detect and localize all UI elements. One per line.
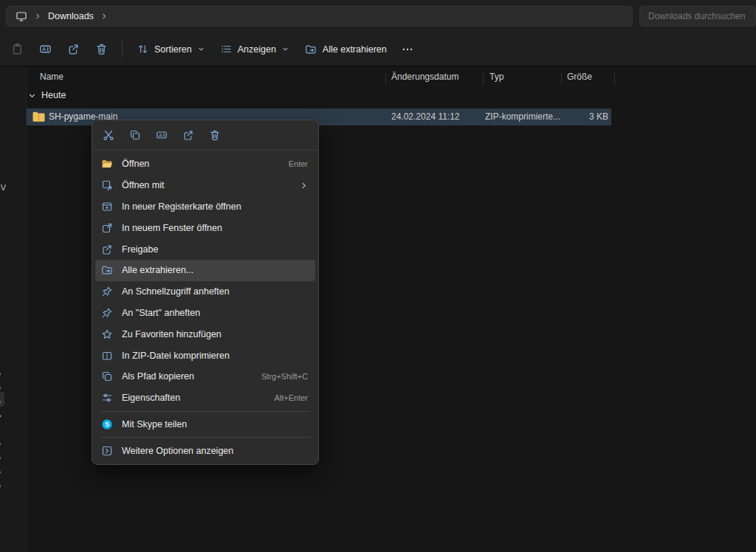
column-divider[interactable]: [385, 73, 386, 85]
search-box[interactable]: [639, 6, 756, 27]
menu-item-open[interactable]: Öffnen Enter: [95, 153, 315, 175]
folder-open-icon: [101, 158, 113, 170]
more-options-icon: [101, 445, 113, 457]
menu-item-label: An "Start" anheften: [122, 308, 308, 318]
context-menu-list: Öffnen Enter Öffnen mit In neuer Registe…: [92, 151, 318, 464]
search-input[interactable]: [648, 11, 747, 21]
group-header-today[interactable]: Heute: [28, 90, 66, 100]
trash-icon: [209, 129, 221, 141]
tree-expander-icon[interactable]: ›: [0, 397, 1, 406]
share-icon: [67, 43, 80, 55]
copy-button[interactable]: [123, 124, 147, 146]
menu-item-shortcut: Strg+Shift+C: [261, 372, 308, 381]
tree-expander-icon[interactable]: ›: [0, 383, 1, 392]
menu-item-shortcut: Enter: [289, 159, 308, 168]
extract-label: Alle extrahieren: [323, 44, 387, 55]
group-label: Heute: [41, 90, 66, 100]
menu-item-share-skype[interactable]: S Mit Skype teilen: [95, 414, 315, 435]
tree-expander-icon[interactable]: ›: [0, 439, 1, 448]
copy-icon: [129, 129, 141, 141]
menu-item-label: In ZIP-Datei komprimieren: [122, 351, 308, 361]
sort-button[interactable]: Sortieren: [129, 37, 213, 62]
pin-icon: [101, 307, 113, 319]
open-with-icon: [101, 179, 113, 191]
pin-icon: [101, 286, 113, 297]
new-tab-icon: [101, 201, 113, 213]
rename-button[interactable]: A: [31, 37, 59, 62]
menu-item-show-more-options[interactable]: Weitere Optionen anzeigen: [95, 440, 315, 461]
file-size: 3 KB: [564, 111, 608, 122]
column-divider[interactable]: [561, 73, 562, 85]
menu-item-shortcut: Alt+Enter: [274, 393, 308, 402]
column-header-name[interactable]: Name: [40, 72, 63, 82]
zip-folder-icon: [32, 111, 45, 123]
breadcrumb[interactable]: Downloads: [48, 11, 94, 21]
tree-expander-icon[interactable]: ›: [0, 481, 1, 490]
submenu-chevron-icon: [300, 182, 308, 190]
tree-expander-icon[interactable]: ›: [0, 411, 1, 420]
extract-icon: [101, 264, 113, 276]
menu-item-copy-path[interactable]: Als Pfad kopieren Strg+Shift+C: [95, 366, 315, 387]
column-header-modified[interactable]: Änderungsdatum: [391, 72, 458, 82]
menu-item-pin-start[interactable]: An "Start" anheften: [95, 303, 315, 324]
rename-button[interactable]: A: [150, 124, 173, 146]
trash-icon: [95, 43, 108, 55]
menu-item-label: Weitere Optionen anzeigen: [122, 446, 308, 456]
paste-button[interactable]: [3, 37, 31, 62]
column-header-size[interactable]: Größe: [567, 72, 592, 82]
cut-icon: [103, 129, 114, 141]
menu-item-share[interactable]: Freigabe: [95, 238, 315, 260]
menu-item-label: Freigabe: [122, 244, 308, 255]
view-button[interactable]: Anzeigen: [213, 37, 297, 62]
tree-expander-icon[interactable]: ›: [0, 369, 1, 378]
chevron-down-icon: [282, 46, 289, 52]
column-divider[interactable]: [614, 73, 615, 85]
menu-item-add-favorites[interactable]: Zu Favoriten hinzufügen: [95, 323, 315, 345]
delete-button[interactable]: [203, 124, 227, 146]
tree-expander-icon[interactable]: ›: [0, 467, 1, 476]
menu-item-label: Mit Skype teilen: [122, 419, 308, 429]
view-icon: [221, 44, 232, 55]
menu-item-label: Eigenschaften: [122, 393, 267, 403]
menu-item-open-new-window[interactable]: In neuem Fenster öffnen: [95, 217, 315, 238]
menu-item-label: An Schnellzugriff anheften: [122, 286, 308, 297]
menu-separator: [100, 411, 310, 412]
nav-item-clipped-label[interactable]: -V: [0, 183, 6, 192]
this-pc-icon[interactable]: [16, 10, 27, 22]
chevron-right-icon: [34, 13, 41, 20]
extract-all-button[interactable]: Alle extrahieren: [297, 37, 395, 62]
address-bar[interactable]: Downloads: [6, 6, 633, 27]
file-explorer-window: Downloads A: [0, 0, 756, 552]
menu-item-label: Zu Favoriten hinzufügen: [122, 329, 308, 339]
extract-icon: [305, 44, 317, 55]
cut-button[interactable]: [97, 124, 120, 146]
chevron-down-icon[interactable]: [28, 92, 36, 100]
properties-icon: [101, 392, 113, 404]
menu-item-label: Öffnen mit: [122, 180, 292, 190]
context-menu: A Öffnen Enter: [92, 120, 319, 465]
column-divider[interactable]: [483, 73, 484, 85]
sort-label: Sortieren: [154, 44, 192, 55]
more-toolbar-button[interactable]: [395, 37, 420, 62]
star-icon: [101, 328, 113, 340]
delete-button[interactable]: [87, 37, 115, 62]
tree-expander-icon[interactable]: ›: [0, 453, 1, 462]
menu-item-compress-zip[interactable]: In ZIP-Datei komprimieren: [95, 345, 315, 366]
menu-item-extract-all[interactable]: Alle extrahieren...: [95, 260, 315, 281]
chevron-right-icon[interactable]: [100, 13, 108, 20]
command-toolbar: A Sortieren Anzeig: [0, 32, 756, 66]
ellipsis-icon: [402, 44, 413, 55]
menu-item-label: In neuer Registerkarte öffnen: [122, 201, 308, 212]
column-header-type[interactable]: Typ: [489, 72, 504, 82]
menu-item-open-with[interactable]: Öffnen mit: [95, 175, 315, 196]
menu-item-pin-quick-access[interactable]: An Schnellzugriff anheften: [95, 281, 315, 303]
clipboard-icon: [11, 43, 24, 55]
share-icon: [182, 129, 194, 141]
svg-text:S: S: [105, 421, 109, 428]
menu-item-open-new-tab[interactable]: In neuer Registerkarte öffnen: [95, 196, 315, 218]
rename-icon: A: [156, 129, 168, 141]
svg-text:A: A: [159, 133, 162, 138]
share-button[interactable]: [176, 124, 200, 146]
share-button[interactable]: [59, 37, 87, 62]
menu-item-properties[interactable]: Eigenschaften Alt+Enter: [95, 387, 315, 409]
